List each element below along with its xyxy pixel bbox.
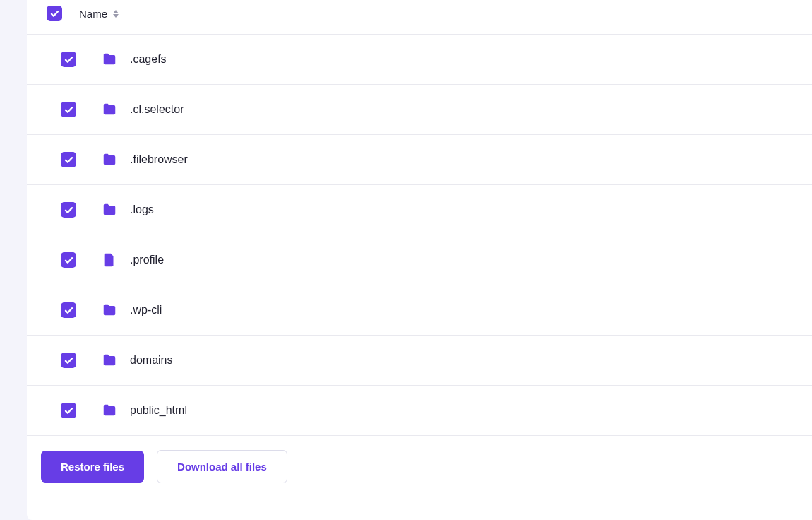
name-cell: .logs xyxy=(102,202,154,218)
row-checkbox[interactable] xyxy=(61,202,76,218)
item-name: .wp-cli xyxy=(130,304,162,317)
item-name: .filebrowser xyxy=(130,153,188,166)
table-header: Name xyxy=(27,0,812,35)
row-checkbox[interactable] xyxy=(61,102,76,117)
folder-icon xyxy=(102,202,117,218)
name-cell: public_html xyxy=(102,403,187,418)
row-checkbox[interactable] xyxy=(61,353,76,368)
table-row[interactable]: .filebrowser xyxy=(27,135,812,185)
action-bar: Restore files Download all files xyxy=(27,436,812,497)
file-icon xyxy=(102,252,117,268)
table-row[interactable]: .logs xyxy=(27,185,812,235)
row-checkbox[interactable] xyxy=(61,252,76,268)
table-row[interactable]: .cl.selector xyxy=(27,85,812,135)
name-cell: .cl.selector xyxy=(102,102,184,117)
name-cell: .wp-cli xyxy=(102,302,162,318)
folder-icon xyxy=(102,302,117,318)
item-name: public_html xyxy=(130,404,187,417)
name-cell: .profile xyxy=(102,252,164,268)
name-cell: .cagefs xyxy=(102,52,167,67)
item-name: .profile xyxy=(130,254,164,266)
download-all-files-button[interactable]: Download all files xyxy=(157,450,287,483)
folder-icon xyxy=(102,403,117,418)
table-row[interactable]: .wp-cli xyxy=(27,285,812,336)
folder-icon xyxy=(102,102,117,117)
folder-icon xyxy=(102,353,117,368)
column-header-name-label: Name xyxy=(79,8,107,20)
sort-icon xyxy=(113,10,119,18)
item-name: .cagefs xyxy=(130,53,167,66)
table-row[interactable]: .profile xyxy=(27,235,812,285)
item-name: .logs xyxy=(130,203,154,216)
table-row[interactable]: .cagefs xyxy=(27,35,812,85)
row-checkbox[interactable] xyxy=(61,302,76,318)
column-header-name[interactable]: Name xyxy=(79,8,119,20)
select-all-checkbox[interactable] xyxy=(47,6,62,21)
item-name: domains xyxy=(130,354,172,367)
folder-icon xyxy=(102,52,117,67)
row-checkbox[interactable] xyxy=(61,403,76,418)
name-cell: .filebrowser xyxy=(102,152,188,167)
file-backup-panel: Name .cagefs.cl.selector.filebrowser.log… xyxy=(27,0,812,520)
row-checkbox[interactable] xyxy=(61,52,76,67)
file-list: .cagefs.cl.selector.filebrowser.logs.pro… xyxy=(27,35,812,436)
table-row[interactable]: domains xyxy=(27,336,812,386)
folder-icon xyxy=(102,152,117,167)
restore-files-button[interactable]: Restore files xyxy=(41,451,144,483)
row-checkbox[interactable] xyxy=(61,152,76,167)
item-name: .cl.selector xyxy=(130,103,184,116)
name-cell: domains xyxy=(102,353,172,368)
table-row[interactable]: public_html xyxy=(27,386,812,436)
